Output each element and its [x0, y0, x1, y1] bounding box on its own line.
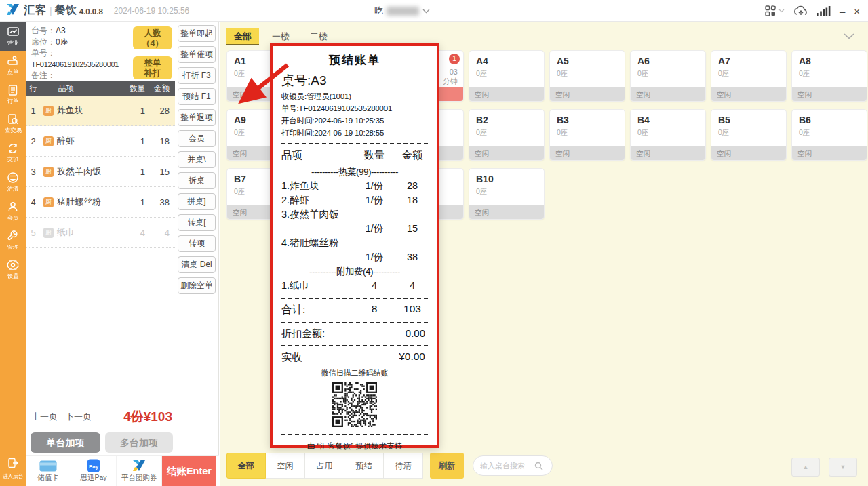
order-item-row[interactable]: 1 厨炸鱼块 1 28	[26, 96, 175, 126]
table-card[interactable]: B2 0座 空闲	[469, 109, 545, 161]
sidebar-item[interactable]: 沽清	[0, 167, 26, 197]
order-action-button[interactable]: 整单催项	[178, 46, 216, 63]
table-card[interactable]: B10 0座 空闲	[469, 168, 545, 220]
table-card[interactable]: A4 0座 空闲	[469, 50, 545, 102]
order-item-row[interactable]: 4 厨猪肚螺丝粉 1 38	[26, 187, 175, 218]
order-action-button[interactable]: 整单即起	[178, 25, 216, 42]
table-card[interactable]: A5 0座 空闲	[549, 50, 625, 102]
item-name: 孜然羊肉饭	[57, 165, 101, 178]
pre-settlement-receipt: 预结账单 桌号:A3 收银员:管理员(1001) 单号:TF0124061910…	[270, 43, 439, 448]
sidebar-item[interactable]: 订单	[0, 80, 26, 109]
divider	[281, 143, 428, 144]
table-card[interactable]: A6 0座 空闲	[630, 50, 706, 102]
table-card[interactable]: B5 0座 空闲	[711, 109, 787, 161]
order-action-button[interactable]: 拆桌	[178, 172, 216, 189]
store-selector[interactable]: 吃	[374, 0, 430, 22]
next-page-button[interactable]: 下一页	[65, 411, 92, 423]
sidebar-item[interactable]: 管理	[0, 226, 26, 255]
sidebar-item[interactable]: 会员	[0, 197, 26, 226]
order-action-button[interactable]: 打折 F3	[178, 67, 216, 84]
brand-name: 汇客	[24, 3, 47, 18]
table-status: 空闲	[631, 146, 705, 160]
titlebar: 汇客 | 餐饮 4.0.0.8 2024-06-19 10:25:56 吃 – …	[0, 0, 868, 22]
receipt-title: 预结账单	[281, 52, 428, 68]
kitchen-badge: 厨	[43, 197, 54, 207]
order-total: 4份¥103	[123, 408, 172, 426]
close-button[interactable]: ×	[854, 6, 860, 16]
order-action-button[interactable]: 拼桌]	[178, 193, 216, 210]
chevron-down-icon	[422, 9, 430, 14]
order-action-button[interactable]: 转桌[	[178, 214, 216, 231]
svg-text:Pay: Pay	[89, 464, 99, 470]
order-item-row[interactable]: 3 厨孜然羊肉饭 1 15	[26, 157, 175, 187]
minimize-button[interactable]: –	[840, 6, 845, 16]
table-status: 空闲	[631, 87, 705, 101]
settings-icon	[7, 259, 19, 271]
floor-tab[interactable]: 全部	[226, 28, 259, 45]
receipt-item-line: 1.炸鱼块 1/份 28	[281, 179, 428, 193]
receipt-footer: 由 “汇客餐饮” 提供技术支持	[281, 441, 428, 451]
order-action-button[interactable]: 预结 F1	[178, 88, 216, 105]
guest-count-button[interactable]: 人数 （4）	[133, 26, 172, 49]
qr-code	[332, 382, 377, 429]
qr-caption: 微信扫描二维码结账	[281, 368, 428, 378]
pay-icon: Pay	[87, 460, 100, 472]
collapse-chevron-icon[interactable]	[844, 31, 854, 41]
table-status: 空闲	[469, 87, 544, 101]
order-item-row[interactable]: 5 厨纸巾 4 4	[26, 218, 175, 248]
order-action-button[interactable]: 清桌 Del	[178, 256, 216, 273]
table-status: 空闲	[550, 146, 625, 160]
datetime: 2024-06-19 10:25:56	[114, 6, 189, 16]
sidebar-item[interactable]: 交班	[0, 138, 26, 167]
table-card[interactable]: B4 0座 空闲	[630, 109, 706, 161]
add-single-table-button[interactable]: 单台加项	[31, 432, 100, 453]
payment-method-button[interactable]: 储值卡	[26, 456, 71, 486]
payment-method-button[interactable]: 平台团购券	[117, 456, 162, 486]
cloud-sync-icon[interactable]	[793, 5, 808, 16]
receipt-item-line: 3.孜然羊肉饭 1/份15	[281, 207, 428, 236]
orders-icon	[7, 84, 19, 96]
stored-card-icon	[39, 460, 57, 472]
table-status: 空闲	[792, 87, 867, 101]
table-status: 空闲	[792, 146, 867, 160]
sidebar-item[interactable]: 设置	[0, 255, 26, 284]
search-input[interactable]	[480, 462, 534, 470]
sidebar-item[interactable]: 营业	[0, 22, 26, 51]
table-card[interactable]: B6 0座 空闲	[791, 109, 867, 161]
order-action-button[interactable]: 会员	[178, 130, 216, 147]
table-status: 空闲	[469, 146, 544, 160]
checkout-button[interactable]: 结账Enter	[162, 456, 216, 486]
add-multi-table-button[interactable]: 多台加项	[105, 432, 173, 453]
order-action-button[interactable]: 整单退项	[178, 109, 216, 126]
table-status: 空闲	[711, 146, 786, 160]
order-action-button[interactable]: 转项	[178, 235, 216, 252]
order-action-button[interactable]: 并桌\	[178, 151, 216, 168]
refresh-button[interactable]: 刷新	[430, 453, 464, 479]
table-card[interactable]: A7 0座 空闲	[711, 50, 787, 102]
table-search	[473, 455, 553, 476]
sidebar-item-backstage[interactable]: 进入后台	[0, 457, 26, 481]
kitchen-badge: 厨	[43, 228, 54, 238]
order-action-button[interactable]: 删除空单	[178, 277, 216, 294]
status-filter-button[interactable]: 全部	[226, 453, 266, 479]
order-item-row[interactable]: 2 厨醉虾 1 18	[26, 126, 175, 157]
apps-grid-icon[interactable]	[765, 5, 785, 16]
brand: 汇客 | 餐饮 4.0.0.8	[5, 3, 103, 18]
receipt-open-time: 开台时间:2024-06-19 10:25:35	[281, 116, 428, 126]
prev-page-button[interactable]: 上一页	[31, 411, 58, 423]
table-card[interactable]: B3 0座 空闲	[549, 109, 625, 161]
sidebar-item[interactable]: 查交易	[0, 109, 26, 138]
status-filter-button[interactable]: 待清	[384, 453, 423, 479]
status-filter-button[interactable]: 占用	[305, 453, 344, 479]
sidebar-item[interactable]: 点单	[0, 51, 26, 80]
soldout-icon	[7, 171, 19, 184]
status-filter-button[interactable]: 空闲	[266, 453, 305, 479]
scroll-up-button[interactable]: ▲	[791, 458, 820, 477]
table-card[interactable]: A8 0座 空闲	[791, 50, 867, 102]
status-filter-button[interactable]: 预结	[344, 453, 384, 479]
payment-method-button[interactable]: Pay 思迅Pay	[71, 456, 117, 486]
scroll-down-button[interactable]: ▼	[829, 458, 857, 477]
reprint-order-button[interactable]: 整单 补打	[133, 56, 172, 79]
table-info-line: 席位：0座	[31, 37, 133, 48]
search-icon	[534, 462, 543, 470]
